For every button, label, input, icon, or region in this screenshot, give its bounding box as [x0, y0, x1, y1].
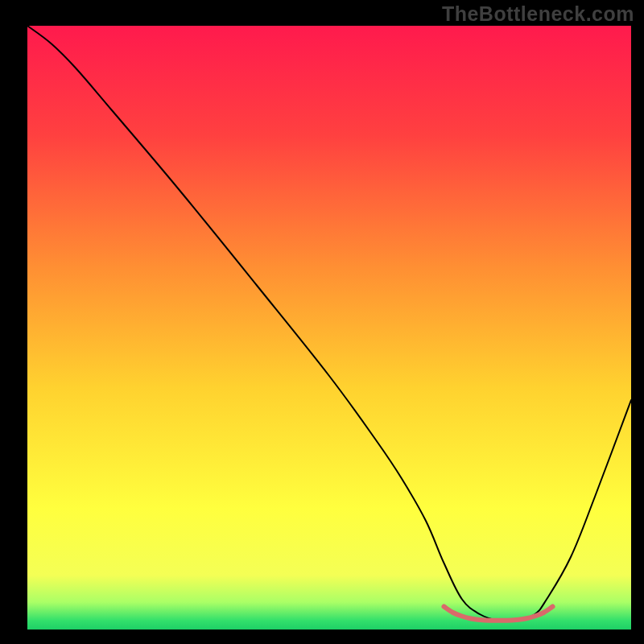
watermark-label: TheBottleneck.com: [442, 2, 634, 26]
chart-frame: [27, 26, 631, 630]
chart-svg: [27, 26, 631, 630]
